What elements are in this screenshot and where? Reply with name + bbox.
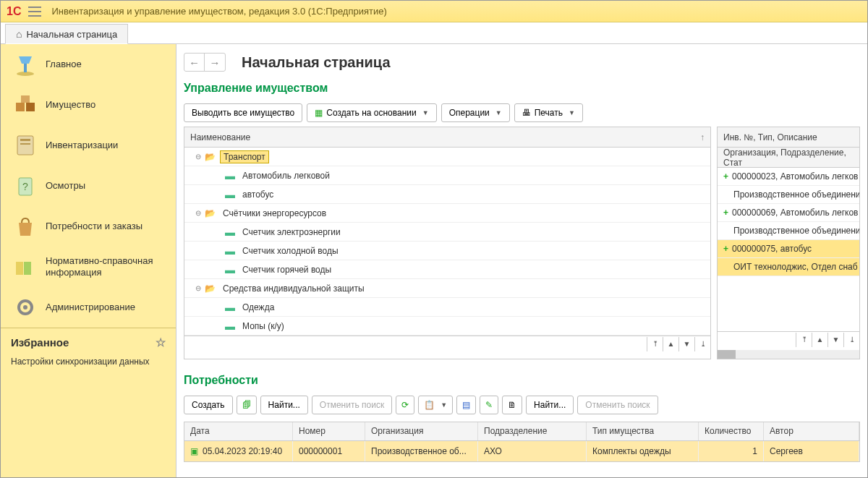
- favorites-section: Избранное ☆ Настройки синхронизации данн…: [1, 328, 176, 374]
- col-type[interactable]: Тип имущества: [587, 422, 699, 440]
- print-button[interactable]: 🖶 Печать▼: [514, 103, 583, 122]
- scroll-down-button[interactable]: ▼: [678, 337, 694, 351]
- cancel-search-button[interactable]: Отменить поиск: [312, 396, 392, 414]
- sidebar-item-admin[interactable]: Администрирование: [1, 287, 176, 328]
- print-icon: 🖶: [522, 108, 531, 118]
- sidebar-item-label: Потребности и заказы: [46, 221, 166, 232]
- svg-rect-11: [24, 262, 31, 275]
- app-logo: 1C: [7, 5, 21, 18]
- tree-pane: Наименование ↑ ⊖📂Транспорт▬Автомобиль ле…: [184, 127, 711, 359]
- details-row-line1[interactable]: +000000023, Автомобиль легков: [718, 168, 859, 186]
- favorites-item[interactable]: Настройки синхронизации данных: [11, 357, 166, 367]
- sidebar-item-main[interactable]: Главное: [1, 44, 176, 85]
- tree-item-row[interactable]: ▬Одежда: [184, 298, 710, 317]
- tree-folder-row[interactable]: ⊖📂Транспорт: [184, 148, 710, 166]
- notebook-icon: [11, 131, 40, 160]
- create-based-button[interactable]: ▦ Создать на основании▼: [307, 103, 436, 122]
- rows-icon: ▤: [462, 400, 470, 410]
- tree-item-row[interactable]: ▬автобус: [184, 185, 710, 204]
- find-button-2[interactable]: Найти...: [526, 396, 574, 414]
- tab-home[interactable]: ⌂ Начальная страница: [5, 24, 128, 44]
- copy-button[interactable]: 🗐: [237, 396, 257, 414]
- details-pane: Инв. №, Тип, Описание Организация, Подра…: [717, 127, 860, 359]
- find-button[interactable]: Найти...: [260, 396, 308, 414]
- sidebar-item-label: Главное: [46, 59, 166, 70]
- details-row-line1[interactable]: +000000069, Автомобиль легков: [718, 204, 859, 222]
- tree-label: Автомобиль легковой: [239, 170, 333, 182]
- forward-button[interactable]: →: [205, 54, 225, 71]
- cancel-search-button-2[interactable]: Отменить поиск: [577, 396, 658, 414]
- scroll-up-button[interactable]: ▲: [663, 337, 678, 351]
- create-button[interactable]: Создать: [184, 396, 233, 414]
- scroll-top-button[interactable]: ⤒: [647, 337, 663, 351]
- tree-item-row[interactable]: ▬Счетчик электроэнергии: [184, 223, 710, 242]
- details-header-2[interactable]: Организация, Подразделение, Стат: [718, 148, 859, 168]
- scroll-bottom-button[interactable]: ⤓: [694, 337, 710, 351]
- menu-icon[interactable]: [28, 7, 41, 17]
- folders-icon: [11, 252, 40, 281]
- sidebar: Главное Имущество Инвентаризации ? Осмот…: [1, 44, 176, 477]
- operations-button[interactable]: Операции▼: [441, 103, 510, 122]
- sort-icon[interactable]: ↑: [700, 132, 705, 142]
- svg-rect-6: [20, 139, 30, 141]
- svg-rect-2: [16, 103, 25, 111]
- tree-label: Счетчик электроэнергии: [239, 226, 344, 238]
- delete-button[interactable]: 🗎: [502, 396, 522, 414]
- tree-label: Средства индивидуальной защиты: [220, 283, 367, 294]
- col-org[interactable]: Организация: [365, 422, 478, 440]
- tree-toggle[interactable]: ⊖: [192, 209, 205, 217]
- tree-item-row[interactable]: ▬Счетчик холодной воды: [184, 242, 710, 260]
- horizontal-scrollbar[interactable]: [718, 350, 859, 359]
- needs-table-header: Дата Номер Организация Подразделение Тип…: [184, 422, 859, 441]
- tree-item-row[interactable]: ▬Мопы (к/у): [184, 317, 710, 336]
- item-icon: ▬: [225, 245, 235, 257]
- col-author[interactable]: Автор: [764, 422, 859, 440]
- sidebar-item-needs[interactable]: Потребности и заказы: [1, 206, 176, 247]
- doc-icon: ▣: [190, 446, 198, 456]
- details-row-line1[interactable]: +000000075, автобус: [718, 240, 859, 258]
- sidebar-item-label: Администрирование: [46, 302, 166, 313]
- col-qty[interactable]: Количество: [699, 422, 764, 440]
- list-settings-button[interactable]: 📋▼: [418, 396, 453, 414]
- tree-label: Одежда: [239, 302, 277, 313]
- tree-folder-row[interactable]: ⊖📂Средства индивидуальной защиты: [184, 279, 710, 298]
- edit-button[interactable]: ✎: [480, 396, 498, 414]
- details-row-line2[interactable]: Производственное объединени: [718, 186, 859, 204]
- star-icon[interactable]: ☆: [156, 336, 166, 349]
- svg-rect-10: [16, 262, 23, 275]
- app-title: Инвентаризация и управление имуществом, …: [51, 6, 386, 17]
- tree-toggle[interactable]: ⊖: [192, 284, 205, 292]
- show-all-button[interactable]: Выводить все имущество: [184, 103, 302, 122]
- tree-label: Счетчик холодной воды: [239, 245, 341, 257]
- tree-toggle[interactable]: ⊖: [192, 153, 205, 161]
- sidebar-item-inspections[interactable]: ? Осмотры: [1, 166, 176, 206]
- plus-icon: +: [723, 208, 728, 218]
- scroll-top-button[interactable]: ⤒: [796, 333, 812, 347]
- details-row-line2[interactable]: ОИТ технолоджис, Отдел снаб: [718, 258, 859, 276]
- tree-header[interactable]: Наименование ↑: [184, 127, 710, 148]
- col-num[interactable]: Номер: [293, 422, 365, 440]
- scroll-down-button[interactable]: ▼: [827, 333, 843, 347]
- col-date[interactable]: Дата: [184, 422, 293, 440]
- scroll-bottom-button[interactable]: ⤓: [843, 333, 859, 347]
- col-dept[interactable]: Подразделение: [478, 422, 587, 440]
- details-row-line2[interactable]: Производственное объединени: [718, 222, 859, 240]
- needs-table-row[interactable]: ▣05.04.2023 20:19:40 000000001 Производс…: [184, 441, 859, 461]
- tree-item-row[interactable]: ▬Автомобиль легковой: [184, 166, 710, 185]
- details-header-1[interactable]: Инв. №, Тип, Описание: [718, 127, 859, 148]
- folder-icon: 📂: [205, 283, 216, 294]
- tree-item-row[interactable]: ▬Счетчик горячей воды: [184, 260, 710, 279]
- tree-label: Счетчик горячей воды: [239, 264, 334, 276]
- tree-folder-row[interactable]: ⊖📂Счётчики энергоресурсов: [184, 204, 710, 223]
- lamp-icon: [11, 50, 40, 79]
- sidebar-item-reference[interactable]: Нормативно-справочная информация: [1, 247, 176, 287]
- page-icon: 🗎: [508, 400, 516, 410]
- rows-button[interactable]: ▤: [456, 396, 476, 414]
- back-button[interactable]: ←: [184, 54, 205, 71]
- sidebar-item-inventory[interactable]: Инвентаризации: [1, 125, 176, 166]
- folder-icon: 📂: [205, 152, 216, 162]
- refresh-button[interactable]: ⟳: [396, 396, 414, 414]
- scroll-up-button[interactable]: ▲: [812, 333, 827, 347]
- sidebar-item-assets[interactable]: Имущество: [1, 85, 176, 125]
- section-title-assets: Управление имуществом: [176, 77, 867, 99]
